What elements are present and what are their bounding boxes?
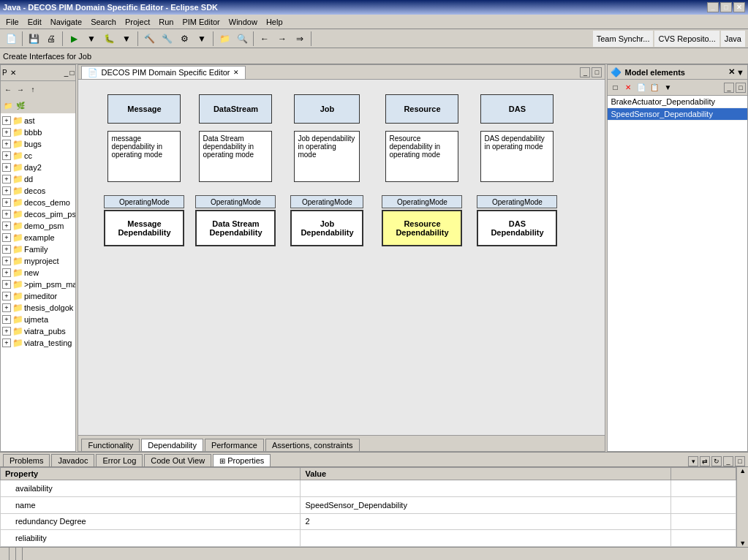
right-panel-menu-icon[interactable]: ▼ (736, 68, 744, 77)
menu-project[interactable]: Project (121, 16, 154, 28)
expand-pim-psm-map[interactable]: + (2, 280, 11, 289)
btab-min-btn[interactable]: _ (723, 456, 733, 466)
model-element-speed[interactable]: SpeedSensor_Dependability (608, 108, 747, 121)
nav-fwd-btn[interactable]: → (15, 83, 26, 95)
nav-up-btn[interactable]: ↑ (27, 83, 39, 95)
panel-tab-p[interactable]: P (2, 69, 7, 77)
btab-problems[interactable]: Problems (3, 454, 50, 466)
tab-performance[interactable]: Performance (205, 439, 264, 451)
debug-btn[interactable]: 🐛 (101, 31, 117, 47)
rp-min-btn[interactable]: _ (724, 83, 734, 93)
build-btn[interactable]: 🔨 (141, 31, 157, 47)
tree-item-myproject[interactable]: + 📁 myproject (2, 255, 74, 267)
btab-switch-btn[interactable]: ⇄ (700, 456, 710, 466)
nav-tree-icon[interactable]: 🌿 (15, 99, 26, 111)
expand-bbbb[interactable]: + (2, 128, 11, 137)
tree-item-bugs[interactable]: + 📁 bugs (2, 138, 74, 150)
dep-das[interactable]: DASDependability (477, 210, 557, 246)
panel-close-icon[interactable]: ✕ (10, 69, 16, 77)
fwd2-btn[interactable]: ⇒ (292, 31, 308, 47)
tree-item-dd[interactable]: + 📁 dd (2, 173, 74, 185)
run-down-btn[interactable]: ▼ (83, 31, 99, 47)
dep-resource[interactable]: ResourceDependability (382, 210, 462, 246)
maximize-btn[interactable]: □ (720, 2, 732, 12)
menu-file[interactable]: File (1, 16, 23, 28)
team-sync-btn[interactable]: Team Synchr... (593, 31, 654, 47)
menu-edit[interactable]: Edit (23, 16, 46, 28)
scrollbar-right[interactable]: ▲ ▼ (736, 467, 748, 547)
nav-folder-icon[interactable]: 📁 (2, 99, 14, 111)
expand-decos-demo[interactable]: + (2, 198, 11, 207)
close-btn[interactable]: ✕ (733, 2, 745, 12)
tab-dependability[interactable]: Dependability (141, 439, 203, 451)
btab-codeout[interactable]: Code Out View (144, 454, 211, 466)
btab-max-btn[interactable]: □ (735, 456, 745, 466)
expand-decos-pim-psm[interactable]: + (2, 210, 11, 219)
model-element-brake[interactable]: BrakeActuator_Dependability (608, 96, 747, 108)
run-btn[interactable]: ▶ (66, 31, 82, 47)
expand-cc[interactable]: + (2, 151, 11, 160)
rp-paste-btn[interactable]: 📋 (649, 82, 660, 94)
minimize-btn[interactable]: _ (707, 2, 719, 12)
build3-btn[interactable]: ⚙ (176, 31, 192, 47)
menu-pimeditor[interactable]: PIM Editor (178, 16, 224, 28)
tree-item-ast[interactable]: + 📁 ast (2, 115, 74, 126)
expand-viatra-testing[interactable]: + (2, 338, 11, 347)
save-btn[interactable]: 💾 (26, 31, 42, 47)
editor-max-btn[interactable]: □ (592, 67, 602, 77)
tree-item-cc[interactable]: + 📁 cc (2, 150, 74, 162)
expand-example[interactable]: + (2, 233, 11, 242)
tb5[interactable]: 📁 (216, 31, 233, 47)
back-btn[interactable]: ← (257, 31, 273, 47)
tree-item-example[interactable]: + 📁 example (2, 232, 74, 243)
tree-item-thesis[interactable]: + 📁 thesis_dolgok (2, 302, 74, 314)
expand-family[interactable]: + (2, 245, 11, 254)
expand-ujmeta[interactable]: + (2, 315, 11, 324)
tree-item-decos-pim-psm[interactable]: + 📁 decos_pim_psm (2, 208, 74, 220)
expand-ast[interactable]: + (2, 116, 11, 125)
forward-btn[interactable]: → (274, 31, 290, 47)
expand-decos[interactable]: + (2, 186, 11, 195)
panel-min-icon[interactable]: _ (64, 69, 69, 77)
expand-viatra-pubs[interactable]: + (2, 327, 11, 336)
expand-day2[interactable]: + (2, 163, 11, 172)
debug-down-btn[interactable]: ▼ (118, 31, 135, 47)
rp-new-btn[interactable]: □ (609, 82, 621, 94)
expand-bugs[interactable]: + (2, 140, 11, 148)
expand-demo-psm[interactable]: + (2, 222, 11, 230)
editor-tab[interactable]: 📄 DECOS PIM Domain Specific Editor ✕ (81, 66, 245, 79)
tree-item-new[interactable]: + 📁 new (2, 267, 74, 279)
btab-sync-btn[interactable]: ↻ (711, 456, 722, 466)
project-tree[interactable]: + 📁 ast + 📁 bbbb + 📁 bugs + 📁 cc + � (1, 113, 75, 451)
expand-thesis[interactable]: + (2, 303, 11, 312)
panel-max-icon[interactable]: □ (69, 69, 74, 77)
build2-btn[interactable]: 🔧 (159, 31, 175, 47)
tree-item-bbbb[interactable]: + 📁 bbbb (2, 126, 74, 138)
tab-assertions[interactable]: Assertions, constraints (265, 439, 360, 451)
menu-window[interactable]: Window (224, 16, 262, 28)
print-btn[interactable]: 🖨 (43, 31, 59, 47)
tree-item-day2[interactable]: + 📁 day2 (2, 162, 74, 173)
rp-copy-btn[interactable]: 📄 (635, 82, 647, 94)
right-panel-close-icon[interactable]: ✕ (728, 67, 735, 77)
tree-item-decos-demo[interactable]: + 📁 decos_demo (2, 197, 74, 208)
expand-dd[interactable]: + (2, 175, 11, 183)
dep-datastream[interactable]: Data StreamDependability (195, 210, 276, 246)
rp-del-btn[interactable]: ✕ (622, 82, 634, 94)
tree-item-decos[interactable]: + 📁 decos (2, 185, 74, 197)
expand-pimeditor[interactable]: + (2, 292, 11, 300)
btab-properties[interactable]: ⊞ Properties (213, 454, 271, 466)
scroll-down-btn[interactable]: ▼ (739, 540, 746, 547)
build3-down-btn[interactable]: ▼ (194, 31, 210, 47)
tree-item-demo-psm[interactable]: + 📁 demo_psm (2, 220, 74, 232)
expand-new[interactable]: + (2, 268, 11, 277)
cvs-repo-btn[interactable]: CVS Reposito... (654, 31, 719, 47)
tree-item-ujmeta[interactable]: + 📁 ujmeta (2, 314, 74, 325)
menu-search[interactable]: Search (86, 16, 121, 28)
tree-item-viatra-testing[interactable]: + 📁 viatra_testing (2, 337, 74, 349)
editor-min-btn[interactable]: _ (580, 67, 590, 77)
dep-job[interactable]: JobDependability (290, 210, 363, 246)
menu-navigate[interactable]: Navigate (46, 16, 86, 28)
java-btn[interactable]: Java (721, 31, 745, 47)
tree-item-viatra-pubs[interactable]: + 📁 viatra_pubs (2, 325, 74, 337)
